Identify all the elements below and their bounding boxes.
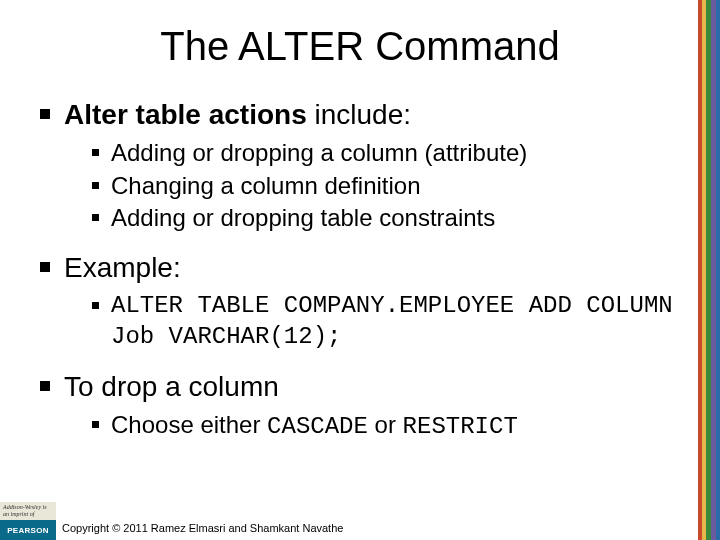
heading-rest: Example: xyxy=(64,252,181,283)
list-item: Choose either CASCADE or RESTRICT xyxy=(92,410,686,443)
sub-list: Choose either CASCADE or RESTRICT xyxy=(92,410,686,443)
copyright-text: Copyright © 2011 Ramez Elmasri and Shamk… xyxy=(62,522,343,534)
item-text: Adding or dropping a column (attribute) xyxy=(111,138,527,169)
slide: The ALTER Command Alter table actions in… xyxy=(0,0,720,540)
code-text: ALTER TABLE COMPANY.EMPLOYEE ADD COLUMN … xyxy=(111,291,686,352)
slide-title: The ALTER Command xyxy=(34,24,686,69)
heading-rest: include: xyxy=(307,99,411,130)
item-text: Adding or dropping table constraints xyxy=(111,203,495,234)
list-item: Adding or dropping a column (attribute) xyxy=(92,138,686,169)
item-text: Choose either CASCADE or RESTRICT xyxy=(111,410,518,443)
square-bullet-icon xyxy=(92,149,99,156)
sub-list: Adding or dropping a column (attribute) … xyxy=(92,138,686,234)
accent-bar xyxy=(698,0,720,540)
pearson-tag: PEARSON xyxy=(0,520,56,540)
square-bullet-icon xyxy=(92,182,99,189)
bullet-alter-actions: Alter table actions include: xyxy=(40,97,686,132)
footer: Addison-Wesley is an imprint of PEARSON … xyxy=(0,502,720,540)
square-bullet-icon xyxy=(40,262,50,272)
square-bullet-icon xyxy=(92,302,99,309)
heading-rest: To drop a column xyxy=(64,371,279,402)
publisher-logo: Addison-Wesley is an imprint of PEARSON xyxy=(0,502,56,540)
square-bullet-icon xyxy=(40,381,50,391)
list-item: Changing a column definition xyxy=(92,171,686,202)
bullet-drop-column: To drop a column xyxy=(40,369,686,404)
slide-content: Alter table actions include: Adding or d… xyxy=(34,97,686,442)
bullet-example: Example: xyxy=(40,250,686,285)
sub-list: ALTER TABLE COMPANY.EMPLOYEE ADD COLUMN … xyxy=(92,291,686,352)
heading-bold: Alter table actions xyxy=(64,99,307,130)
square-bullet-icon xyxy=(40,109,50,119)
square-bullet-icon xyxy=(92,214,99,221)
list-item: Adding or dropping table constraints xyxy=(92,203,686,234)
list-item: ALTER TABLE COMPANY.EMPLOYEE ADD COLUMN … xyxy=(92,291,686,352)
addison-wesley-tag: Addison-Wesley is an imprint of xyxy=(0,502,56,520)
square-bullet-icon xyxy=(92,421,99,428)
item-text: Changing a column definition xyxy=(111,171,421,202)
